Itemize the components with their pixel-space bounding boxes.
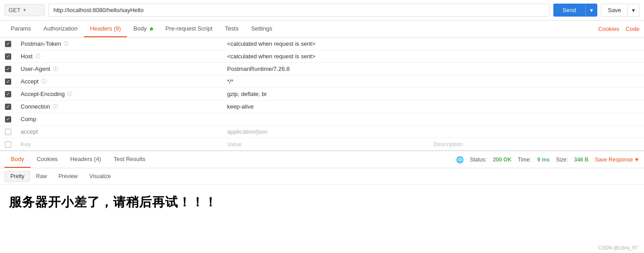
checkbox-host[interactable] [5, 53, 11, 60]
save-group: Save ▼ [601, 4, 640, 17]
table-row: Comp [0, 113, 644, 126]
key-comp: Comp [21, 116, 36, 122]
desc-placeholder: Description [434, 141, 463, 148]
value-placeholder: Value [227, 141, 241, 148]
info-icon: ⓘ [41, 78, 46, 85]
info-icon: ⓘ [53, 65, 58, 72]
save-dropdown-button[interactable]: ▼ [627, 4, 639, 16]
checkbox-accept2[interactable] [5, 129, 11, 135]
method-chevron-icon: ▼ [22, 8, 27, 13]
tab-authorization[interactable]: Authorization [37, 21, 84, 37]
status-label: Status: [470, 157, 486, 163]
value-postman-token: <calculated when request is sent> [227, 40, 315, 47]
info-icon: ⓘ [67, 91, 72, 97]
tab-headers[interactable]: Headers (9) [84, 21, 127, 37]
resp-tab-body[interactable]: Body [4, 151, 31, 168]
headers-table-scroll[interactable]: Postman-Tokenⓘ <calculated when request … [0, 38, 644, 150]
response-body: 服务器开小差了，请稍后再试！！！ [0, 185, 644, 220]
key-user-agent: User-Agent [21, 65, 50, 72]
table-row: Accept-Encodingⓘ gzip, deflate, br [0, 88, 644, 100]
tab-tests[interactable]: Tests [219, 21, 245, 37]
view-tab-raw[interactable]: Raw [30, 171, 53, 182]
response-section: Body Cookies Headers (4) Test Results 🌐 … [0, 150, 644, 220]
right-links: Cookies Code [598, 26, 640, 32]
resp-tab-cookies[interactable]: Cookies [31, 151, 64, 168]
checkbox-postman-token[interactable] [5, 41, 11, 47]
save-response-chevron-icon: ▼ [634, 157, 640, 163]
table-row: User-Agentⓘ PostmanRuntime/7.26.8 [0, 63, 644, 75]
status-value: 200 OK [493, 157, 511, 163]
resp-tab-test-results[interactable]: Test Results [107, 151, 152, 168]
checkbox-connection[interactable] [5, 104, 11, 110]
table-row: Acceptⓘ */* [0, 75, 644, 88]
tab-body[interactable]: Body [127, 21, 159, 37]
key-connection: Connection [21, 103, 50, 110]
code-link[interactable]: Code [626, 26, 640, 32]
table-row: accept application/json [0, 126, 644, 138]
key-accept2: accept [21, 128, 38, 135]
value-accept2: application/json [227, 128, 267, 135]
size-label: Size: [556, 157, 568, 163]
time-label: Time: [518, 157, 531, 163]
checkbox-accept[interactable] [5, 79, 11, 85]
key-postman-token: Postman-Token [21, 40, 61, 47]
tab-settings[interactable]: Settings [245, 21, 279, 37]
info-icon: ⓘ [53, 103, 58, 110]
key-placeholder: Key [21, 141, 31, 148]
time-value: 9 ms [537, 157, 549, 163]
value-user-agent: PostmanRuntime/7.26.8 [227, 65, 289, 72]
info-icon: ⓘ [64, 40, 69, 47]
send-dropdown-button[interactable]: ▼ [585, 4, 598, 17]
globe-icon: 🌐 [456, 156, 464, 163]
top-bar: GET ▼ Send ▼ Save ▼ [0, 0, 644, 21]
headers-table: Postman-Tokenⓘ <calculated when request … [0, 38, 644, 150]
table-row: Postman-Tokenⓘ <calculated when request … [0, 38, 644, 50]
method-select[interactable]: GET ▼ [4, 4, 45, 16]
checkbox-accept-encoding[interactable] [5, 91, 11, 97]
size-value: 346 B [574, 157, 588, 163]
key-accept-encoding: Accept-Encoding [21, 91, 65, 97]
table-row: Connectionⓘ keep-alive [0, 100, 644, 113]
save-response-button[interactable]: Save Response ▼ [595, 157, 640, 163]
resp-tab-headers[interactable]: Headers (4) [64, 151, 108, 168]
key-host: Host [21, 53, 33, 60]
send-group: Send ▼ [553, 4, 597, 17]
url-input[interactable] [48, 4, 550, 17]
table-row: Hostⓘ <calculated when request is sent> [0, 50, 644, 63]
response-text: 服务器开小差了，请稍后再试！！！ [9, 194, 635, 211]
view-tab-visualize[interactable]: Visualize [83, 171, 117, 182]
view-tab-pretty[interactable]: Pretty [4, 171, 30, 182]
table-row-placeholder: Key Value Description [0, 138, 644, 151]
request-tabs: Params Authorization Headers (9) Body Pr… [0, 21, 644, 38]
key-accept: Accept [21, 78, 39, 85]
value-accept-encoding: gzip, deflate, br [227, 91, 267, 97]
value-accept: */* [227, 78, 233, 85]
tab-prerequest[interactable]: Pre-request Script [159, 21, 219, 37]
view-tabs: Pretty Raw Preview Visualize [0, 168, 644, 185]
send-button[interactable]: Send [553, 4, 585, 17]
value-host: <calculated when request is sent> [227, 53, 315, 60]
value-connection: keep-alive [227, 103, 254, 110]
method-label: GET [9, 7, 21, 13]
response-tabs: Body Cookies Headers (4) Test Results 🌐 … [0, 151, 644, 168]
cookies-link[interactable]: Cookies [598, 26, 619, 32]
checkbox-user-agent[interactable] [5, 66, 11, 72]
response-status-bar: 🌐 Status: 200 OK Time: 9 ms Size: 346 B … [456, 156, 640, 163]
view-tab-preview[interactable]: Preview [53, 171, 83, 182]
save-button[interactable]: Save [601, 4, 627, 16]
body-dot [150, 27, 153, 31]
tab-params[interactable]: Params [4, 21, 37, 37]
info-icon: ⓘ [35, 53, 40, 60]
checkbox-new[interactable] [5, 141, 11, 148]
checkbox-comp[interactable] [5, 116, 11, 122]
